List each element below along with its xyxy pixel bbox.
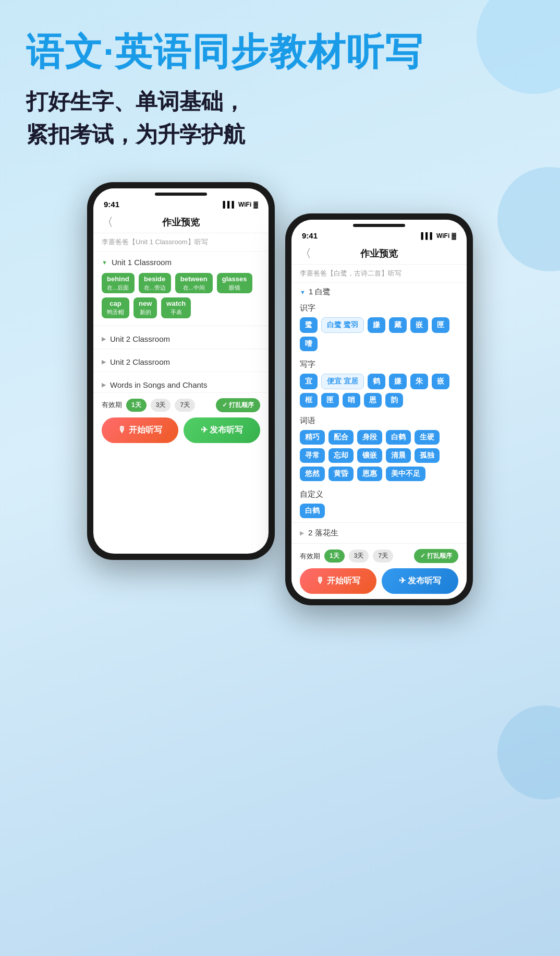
chip-qian2[interactable]: 嵌 — [432, 374, 449, 389]
chip-yi-phrases[interactable]: 便宜 宜居 — [321, 374, 364, 389]
right-validity-7days[interactable]: 7天 — [373, 549, 393, 563]
left-subtitle: 李蔷爸爸【Unit 1 Classroom】听写 — [93, 233, 269, 252]
right-nav-bar: 〈 作业预览 — [291, 243, 467, 265]
chip-qingchen[interactable]: 清晨 — [386, 448, 411, 463]
left-unit1-chips: behind 在...后面 beside 在...旁边 between 在...… — [93, 270, 269, 323]
right-publish-button[interactable]: ✈ 发布听写 — [382, 568, 458, 594]
chip-youran[interactable]: 悠然 — [300, 467, 325, 481]
left-section-unit1-header[interactable]: ▼ Unit 1 Classroom — [93, 252, 269, 270]
right-luohuasheng-title: 2 落花生 — [308, 528, 338, 538]
chip-behind[interactable]: behind 在...后面 — [102, 273, 135, 293]
left-status-bar: 9:41 ▌▌▌ WiFi ▓ — [93, 198, 269, 212]
left-status-time: 9:41 — [104, 200, 119, 209]
right-back-button[interactable]: 〈 — [300, 246, 311, 261]
chip-new[interactable]: new 新的 — [133, 297, 157, 318]
chip-meizhongbuzu[interactable]: 美中不足 — [386, 467, 425, 481]
left-publish-button[interactable]: ✈ 发布听写 — [184, 417, 260, 443]
left-unit2a-toggle[interactable]: ▶ — [102, 336, 106, 342]
chip-gudu[interactable]: 孤独 — [415, 448, 440, 463]
chip-shi[interactable]: 嗜 — [300, 337, 318, 351]
chip-xia2[interactable]: 匣 — [321, 393, 339, 408]
left-songs-toggle[interactable]: ▶ — [102, 381, 106, 388]
chip-shengying[interactable]: 生硬 — [415, 430, 440, 445]
sub-title: 打好生字、单词基础， 紧扣考试，为升学护航 — [26, 85, 539, 151]
left-bottom-bar: 有效期 1天 3天 7天 ✓ 打乱顺序 🎙 开始听写 ✈ 发布听写 — [93, 392, 269, 448]
right-wifi-icon: WiFi — [436, 232, 449, 240]
left-unit2b-toggle[interactable]: ▶ — [102, 359, 106, 365]
right-bailu-title: 1 白鹭 — [309, 287, 331, 297]
left-unit1-title: Unit 1 Classroom — [112, 258, 172, 267]
left-section-unit2a-header[interactable]: ▶ Unit 2 Classroom — [93, 328, 269, 346]
phones-container: 9:41 ▌▌▌ WiFi ▓ 〈 作业预览 李蔷爸爸【Unit 1 Class… — [0, 182, 560, 605]
right-notch-bar — [353, 224, 405, 227]
chip-zidingyi-baihe[interactable]: 白鹤 — [300, 504, 325, 518]
left-shuffle-button[interactable]: ✓ 打乱顺序 — [216, 398, 260, 412]
right-validity-label: 有效期 — [300, 552, 320, 561]
right-section-bailu-header[interactable]: ▼ 1 白鹭 — [291, 283, 467, 299]
chip-huanghun[interactable]: 黄昏 — [328, 467, 354, 481]
chip-xian2[interactable]: 嫌 — [389, 374, 407, 389]
left-unit1-toggle[interactable]: ▼ — [102, 259, 107, 266]
chip-jingqiao[interactable]: 精巧 — [300, 430, 325, 445]
right-phone-screen: 9:41 ▌▌▌ WiFi ▓ 〈 作业预览 李蔷爸爸【白鹭，古诗二首】听写 ▼ — [291, 220, 467, 599]
chip-xunchang[interactable]: 寻常 — [300, 448, 325, 463]
chip-shao[interactable]: 哨 — [343, 393, 360, 408]
left-status-icons: ▌▌▌ WiFi ▓ — [223, 201, 258, 208]
right-bailu-toggle[interactable]: ▼ — [300, 289, 306, 295]
right-signal-icon: ▌▌▌ — [421, 232, 435, 240]
left-back-button[interactable]: 〈 — [102, 214, 113, 230]
left-validity-7days[interactable]: 7天 — [175, 399, 195, 412]
right-shuffle-button[interactable]: ✓ 打乱顺序 — [414, 549, 458, 563]
left-section-songs-header[interactable]: ▶ Words in Songs and Chants — [93, 374, 269, 392]
right-ciyu-chips: 精巧 配合 身段 白鹤 生硬 寻常 忘却 镶嵌 清晨 孤独 悠然 黄昏 恩惠 美… — [291, 428, 467, 485]
chip-qian[interactable]: 嵌 — [410, 317, 428, 333]
chip-enhui[interactable]: 恩惠 — [357, 467, 382, 481]
sub-title-line2: 紧扣考试，为升学护航 — [26, 122, 245, 147]
right-validity-3days[interactable]: 3天 — [349, 549, 369, 563]
chip-peihe[interactable]: 配合 — [328, 430, 354, 445]
chip-glasses[interactable]: glasses 眼镜 — [217, 273, 252, 293]
right-section-luohuasheng-header[interactable]: ▶ 2 落花生 — [291, 522, 467, 543]
right-xieji-chips: 宜 便宜 宜居 鹤 嫌 朱 嵌 框 匣 哨 恩 韵 — [291, 372, 467, 412]
right-bottom-bar: 有效期 1天 3天 7天 ✓ 打乱顺序 🎙 开始听写 ✈ 发布听写 — [291, 543, 467, 599]
chip-between[interactable]: between 在...中间 — [175, 273, 213, 293]
right-nav-title: 作业预览 — [360, 247, 398, 260]
right-status-bar: 9:41 ▌▌▌ WiFi ▓ — [291, 229, 467, 243]
chip-lu[interactable]: 鹭 — [300, 317, 318, 333]
right-luohuasheng-toggle[interactable]: ▶ — [300, 530, 304, 536]
chip-shenduan[interactable]: 身段 — [357, 430, 382, 445]
left-nav-bar: 〈 作业预览 — [93, 212, 269, 233]
chip-bailu-luyu[interactable]: 白鹭 鹭羽 — [321, 317, 364, 333]
chip-xiangqian[interactable]: 镶嵌 — [357, 448, 382, 463]
chip-xian[interactable]: 嫌 — [368, 317, 385, 333]
chip-kuang[interactable]: 框 — [300, 393, 318, 408]
left-validity-1day[interactable]: 1天 — [126, 399, 147, 412]
chip-wangque[interactable]: 忘却 — [328, 448, 354, 463]
right-validity-1day[interactable]: 1天 — [324, 549, 345, 563]
right-shizi-chips: 鹭 白鹭 鹭羽 嫌 藏 嵌 匣 嗜 — [291, 315, 467, 355]
signal-icon: ▌▌▌ — [223, 201, 237, 208]
left-unit2b-title: Unit 2 Classroom — [110, 357, 170, 366]
left-nav-title: 作业预览 — [162, 216, 200, 229]
left-songs-title: Words in Songs and Chants — [110, 380, 208, 389]
chip-baihe[interactable]: 白鹤 — [386, 430, 411, 445]
right-validity-row: 有效期 1天 3天 7天 ✓ 打乱顺序 — [300, 549, 458, 563]
chip-zhu[interactable]: 朱 — [410, 374, 428, 389]
right-phone-content: ▼ 1 白鹭 识字 鹭 白鹭 鹭羽 嫌 藏 嵌 匣 嗜 写字 宜 — [291, 283, 467, 543]
left-phone-content: ▼ Unit 1 Classroom behind 在...后面 beside … — [93, 252, 269, 392]
chip-cap[interactable]: cap 鸭舌帽 — [102, 297, 129, 318]
chip-cang[interactable]: 藏 — [389, 317, 407, 333]
chip-he[interactable]: 鹤 — [368, 374, 385, 389]
right-start-button[interactable]: 🎙 开始听写 — [300, 568, 376, 594]
chip-yun[interactable]: 韵 — [385, 393, 403, 408]
chip-en[interactable]: 恩 — [364, 393, 382, 408]
left-validity-3days[interactable]: 3天 — [151, 399, 171, 412]
chip-watch[interactable]: watch 手表 — [161, 297, 191, 318]
chip-yi[interactable]: 宜 — [300, 374, 318, 389]
right-phone-notch — [291, 220, 467, 229]
chip-beside[interactable]: beside 在...旁边 — [139, 273, 171, 293]
chip-xia[interactable]: 匣 — [432, 317, 449, 333]
left-section-unit2b-header[interactable]: ▶ Unit 2 Classroom — [93, 351, 269, 369]
left-start-button[interactable]: 🎙 开始听写 — [102, 417, 178, 443]
right-subtitle: 李蔷爸爸【白鹭，古诗二首】听写 — [291, 265, 467, 283]
